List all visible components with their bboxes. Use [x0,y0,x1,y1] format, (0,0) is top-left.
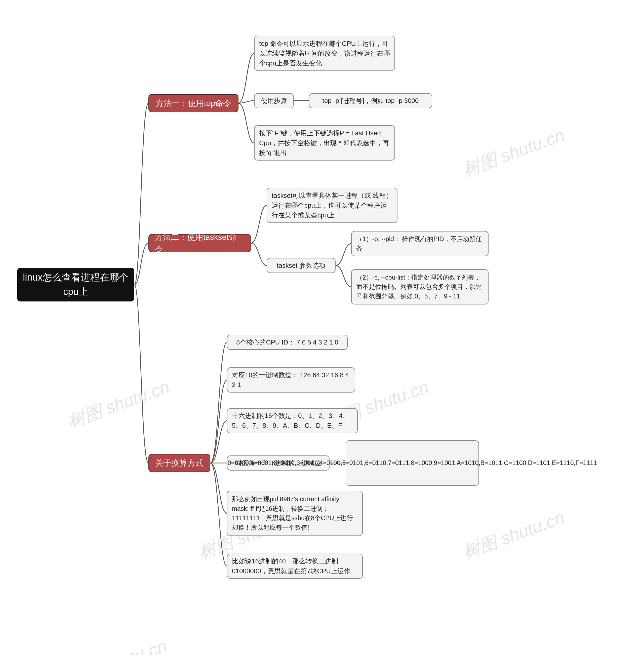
leaf-hex2bin-table: 0=0000,1=0001,2=0010,3=0011,4=0100,5=010… [346,441,479,485]
leaf-taskset-desc: taskset可以查看具体某一进程（或 线程）运行在哪个cpu上，也可以使某个程… [267,188,397,223]
watermark: 树图 shutu.cn [65,375,173,433]
leaf-taskset-p: （1）-p, --pid： 操作现有的PID，不启动新任务 [351,231,488,256]
watermark: 树图 shutu.cn [460,506,568,564]
branch-conversion[interactable]: 关于换算方式 [148,454,210,472]
leaf-decimals: 对应10的十进制数位： 128 64 32 16 8 4 2 1 [227,367,355,392]
branch-method1[interactable]: 方法一：使用top命令 [148,94,238,112]
leaf-top-fkey: 按下"F"键，使用上下键选择P = Last Used Cpu，并按下空格键，出… [254,125,395,161]
watermark: 树图 shutu.cn [62,634,170,655]
leaf-taskset-c: （2）-c, --cpu-list：指定处理器的数字列表，而不是位掩码。列表可以… [351,269,488,304]
watermark: 树图 shutu.cn [460,123,568,182]
leaf-cpuids: 8个核心的CPU ID： 7 6 5 4 3 2 1 0 [227,335,348,350]
branch-method2[interactable]: 方法二：使用taskset命令 [148,234,251,252]
leaf-top-steps: 使用步骤 [254,93,294,108]
leaf-top-cmd: top -p [进程号]，例如 top -p 3000 [309,93,432,108]
leaf-taskset-options: taskset 参数选项 [267,258,336,273]
leaf-top-desc: top 命令可以显示进程在哪个CPU上运行，可以连续监视随着时间的改变，该进程运… [254,36,395,71]
leaf-hexdigits: 十六进制的16个数是：0、1、2、3、4、5、6、7、8、9、A、B、C、D、E… [227,408,358,433]
root-node[interactable]: linux怎么查看进程在哪个cpu上 [17,268,134,301]
leaf-example-40: 比如说16进制的40，那么转换二进制01000000，意思就是在第7块CPU上运… [227,554,363,579]
leaf-example-ff: 那么例如出现pid 8987's current affinity mask: … [227,491,363,536]
